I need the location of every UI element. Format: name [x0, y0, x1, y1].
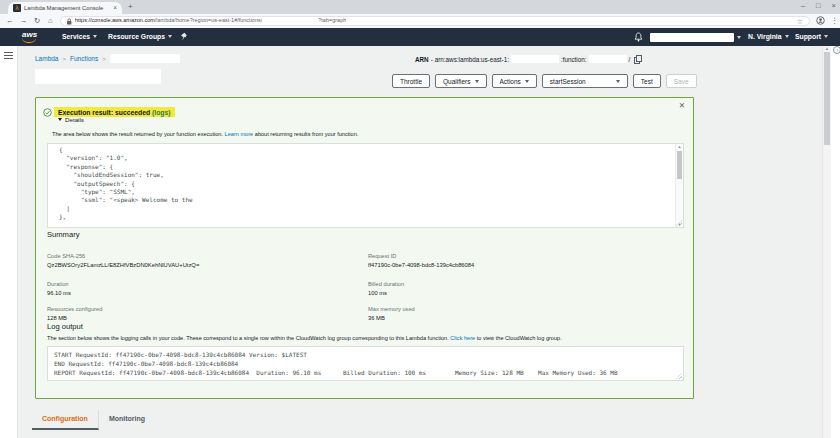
- json-line: {: [59, 146, 669, 154]
- test-button[interactable]: Test: [633, 74, 661, 88]
- window-close-icon[interactable]: ×: [832, 1, 836, 11]
- json-line: "shouldEndSession": true,: [59, 171, 669, 179]
- nav-services[interactable]: Services: [62, 33, 97, 40]
- learn-more-link[interactable]: Learn more: [225, 131, 254, 137]
- log-output-description: The section below shows the logging call…: [47, 335, 562, 341]
- field-value: 100 ms: [368, 290, 404, 296]
- summary-field-resources: Resources configured 128 MB: [47, 306, 102, 321]
- arn-row: ARN - arn:aws:lambda:us-east-1: :functio…: [415, 55, 641, 63]
- chevron-down-icon: [824, 35, 828, 38]
- panel-close-icon[interactable]: ✕: [679, 102, 685, 110]
- collapsed-sidebar: [0, 46, 18, 438]
- json-line: },: [59, 213, 669, 221]
- summary-field-request-id: Request ID ff47190c-0be7-4098-bdc8-139c4…: [368, 253, 474, 268]
- details-toggle[interactable]: Details: [58, 116, 84, 123]
- json-scrollbar[interactable]: ▲ ▼: [675, 144, 683, 227]
- account-menu[interactable]: [650, 33, 741, 42]
- log-line-report: REPORT RequestId: ff47190c-0be7-4098-bdc…: [54, 368, 673, 377]
- new-tab-icon[interactable]: +: [128, 3, 133, 11]
- aws-nav-bar: aws Services Resource Groups N. Virginia…: [0, 28, 840, 46]
- browser-menu-icon[interactable]: ⋮: [831, 17, 839, 25]
- json-line: "response": {: [59, 163, 669, 171]
- result-json-box[interactable]: { "version": "1.0", "response": { "shoul…: [47, 143, 684, 228]
- resize-grip-icon[interactable]: [676, 373, 682, 379]
- actions-label: Actions: [500, 78, 521, 85]
- forward-icon[interactable]: →: [20, 17, 28, 25]
- qualifiers-button[interactable]: Qualifiers: [435, 74, 486, 88]
- address-bar[interactable]: https://console.aws.amazon.com/lambda/ho…: [60, 16, 810, 26]
- test-event-select[interactable]: startSession: [542, 74, 628, 88]
- details-caret-icon: [58, 118, 62, 121]
- chevron-down-icon: [475, 80, 479, 83]
- field-value: ff47190c-0be7-4098-bdc8-139c4cb86084: [368, 262, 474, 268]
- nav-resource-groups[interactable]: Resource Groups: [108, 33, 172, 40]
- pin-icon[interactable]: [180, 32, 188, 41]
- minimize-icon[interactable]: –: [801, 1, 805, 11]
- summary-field-max-memory: Max memory used 36 MB: [368, 306, 415, 321]
- field-value: 96.10 ms: [47, 290, 71, 296]
- page-scrollbar[interactable]: ▲: [822, 46, 831, 438]
- maximize-icon[interactable]: □: [816, 1, 821, 11]
- arn-dash: -: [431, 56, 433, 63]
- field-label: Duration: [47, 281, 71, 287]
- chevron-down-icon: [616, 80, 620, 83]
- breadcrumb-lambda[interactable]: Lambda: [35, 55, 59, 62]
- tab-configuration[interactable]: Configuration: [32, 410, 99, 430]
- arn-function-segment: :function:: [561, 56, 587, 63]
- page-scrollbar-thumb[interactable]: [824, 52, 830, 145]
- arn-prefix: arn:aws:lambda:us-east-1:: [435, 56, 509, 63]
- summary-field-billed-duration: Billed duration 100 ms: [368, 281, 404, 296]
- click-here-link[interactable]: Click here: [450, 335, 475, 341]
- aws-logo[interactable]: aws: [22, 31, 37, 43]
- region-label: N. Virginia: [748, 33, 782, 40]
- lock-icon: [66, 18, 72, 25]
- tab-title: Lambda Management Console: [24, 5, 113, 11]
- notifications-bell-icon[interactable]: [634, 32, 643, 42]
- support-label: Support: [795, 33, 821, 40]
- hamburger-menu-icon[interactable]: [4, 52, 13, 61]
- browser-tab[interactable]: λ Lambda Management Console ×: [8, 2, 122, 14]
- region-menu[interactable]: N. Virginia: [748, 33, 789, 40]
- redacted-function-crumb: [110, 54, 180, 63]
- breadcrumb-separator: >: [63, 56, 67, 62]
- summary-field-duration: Duration 96.10 ms: [47, 281, 71, 296]
- log-output-box[interactable]: START RequestId: ff47190c-0be7-4098-bdc8…: [47, 346, 684, 381]
- bookmark-star-icon[interactable]: ☆: [797, 18, 803, 26]
- url-path: /lambda/home?region=us-east-1#/functions…: [155, 17, 262, 23]
- tab-monitoring[interactable]: Monitoring: [99, 410, 155, 430]
- scroll-up-icon[interactable]: ▲: [676, 144, 683, 149]
- json-scrollbar-thumb[interactable]: [677, 151, 682, 179]
- chevron-down-icon: [785, 35, 789, 38]
- throttle-button[interactable]: Throttle: [392, 74, 430, 88]
- back-icon[interactable]: ←: [6, 17, 14, 25]
- feedback-info-icon[interactable]: ?: [833, 46, 840, 54]
- function-tabs: Configuration Monitoring: [32, 410, 155, 430]
- copy-arn-icon[interactable]: [634, 55, 641, 63]
- log-description-text: The section below shows the logging call…: [47, 335, 449, 341]
- log-output-heading: Log output: [47, 322, 83, 331]
- profile-icon[interactable]: [816, 16, 825, 27]
- test-label: Test: [641, 78, 653, 85]
- actions-button[interactable]: Actions: [492, 74, 537, 88]
- result-description-tail: about returning results from your functi…: [255, 131, 359, 137]
- summary-field-code-sha: Code SHA-256 Qz2BWSOry2FLamzLL/E8ZHfVBzD…: [47, 253, 199, 268]
- test-event-value: startSession: [550, 78, 586, 85]
- save-button[interactable]: Save: [666, 74, 697, 88]
- refresh-icon[interactable]: ↻: [34, 17, 40, 25]
- qualifiers-label: Qualifiers: [443, 78, 470, 85]
- home-icon[interactable]: ⌂: [48, 17, 53, 25]
- tab-close-icon[interactable]: ×: [113, 4, 117, 12]
- support-menu[interactable]: Support: [795, 33, 828, 40]
- url-domain: https://console.aws.amazon.com: [75, 17, 155, 23]
- breadcrumb-separator: >: [102, 56, 106, 62]
- log-line-end: END RequestId: ff47190c-0be7-4098-bdc8-1…: [54, 359, 673, 368]
- redacted-url-segment: [262, 18, 318, 25]
- details-label: Details: [65, 116, 84, 123]
- logs-link[interactable]: (logs): [152, 108, 171, 115]
- browser-tabstrip: λ Lambda Management Console × + – □ ×: [0, 0, 840, 14]
- field-label: Billed duration: [368, 281, 404, 287]
- console-page: Lambda > Functions > ARN - arn:aws:lambd…: [0, 46, 840, 438]
- redacted-account-name: [650, 33, 734, 42]
- summary-heading: Summary: [47, 230, 80, 239]
- breadcrumb-functions[interactable]: Functions: [70, 55, 98, 62]
